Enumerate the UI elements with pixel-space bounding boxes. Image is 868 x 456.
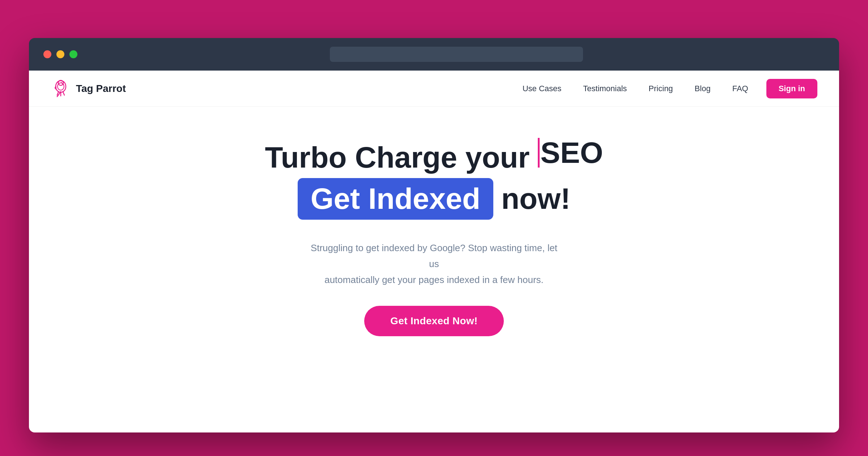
maximize-button[interactable]	[69, 50, 77, 58]
hero-line2: Get Indexed now!	[265, 178, 603, 219]
cursor-bar	[538, 138, 540, 168]
nav-links: Use Cases Testimonials Pricing Blog FAQ	[523, 84, 748, 93]
address-bar[interactable]	[330, 47, 583, 62]
hero-subtitle: Struggling to get indexed by Google? Sto…	[307, 240, 561, 288]
hero-headline: Turbo Charge your SEO Get Indexed now!	[265, 136, 603, 220]
get-indexed-badge: Get Indexed	[298, 178, 493, 219]
signin-button[interactable]: Sign in	[766, 79, 817, 98]
browser-chrome	[29, 38, 839, 71]
logo-icon	[51, 79, 71, 99]
nav-pricing[interactable]: Pricing	[648, 84, 673, 93]
navbar: Tag Parrot Use Cases Testimonials Pricin…	[29, 71, 839, 107]
cta-button[interactable]: Get Indexed Now!	[364, 306, 503, 336]
minimize-button[interactable]	[56, 50, 64, 58]
browser-window: Tag Parrot Use Cases Testimonials Pricin…	[29, 38, 839, 432]
nav-testimonials[interactable]: Testimonials	[583, 84, 627, 93]
close-button[interactable]	[43, 50, 51, 58]
svg-point-3	[61, 82, 62, 83]
seo-cursor-wrapper: SEO	[538, 136, 603, 170]
logo-area: Tag Parrot	[51, 79, 126, 99]
logo-text: Tag Parrot	[76, 83, 126, 94]
browser-content: Tag Parrot Use Cases Testimonials Pricin…	[29, 71, 839, 432]
hero-section: Turbo Charge your SEO Get Indexed now! S…	[29, 107, 839, 358]
traffic-lights	[43, 50, 77, 58]
hero-line1: Turbo Charge your SEO	[265, 136, 603, 174]
now-text: now!	[501, 182, 570, 216]
nav-use-cases[interactable]: Use Cases	[523, 84, 562, 93]
nav-blog[interactable]: Blog	[695, 84, 711, 93]
nav-faq[interactable]: FAQ	[732, 84, 748, 93]
